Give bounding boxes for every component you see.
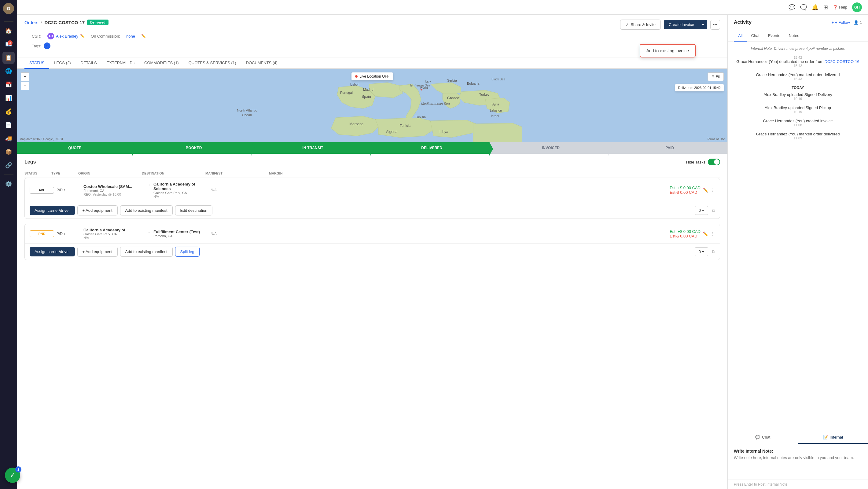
create-invoice-button[interactable]: Create invoice xyxy=(664,20,699,29)
sidebar: G 🏠 📧3 📋 🌐 📅 📊 💰 📄 🚚 📦 🔗 ⚙️ xyxy=(0,0,17,489)
leg-1-edit-dest-button[interactable]: Edit destination xyxy=(175,205,213,215)
leg-1-margin: Est: +$ 0.00 CAD Est-$ 0.00 CAD ✏️ ⋮ xyxy=(274,185,715,195)
leg-1-counter[interactable]: 0 ▾ xyxy=(695,206,708,215)
sidebar-avatar[interactable]: G xyxy=(3,3,14,14)
leg-2-add-manifest-button[interactable]: Add to existing manifest xyxy=(120,247,173,257)
tab-commodities[interactable]: COMMODITIES (1) xyxy=(140,57,184,69)
user-avatar[interactable]: GH xyxy=(852,2,862,12)
more-options-button[interactable]: ••• xyxy=(710,20,720,30)
pipeline-delivered[interactable]: DELIVERED xyxy=(370,142,489,154)
leg-1-add-equipment-button[interactable]: + Add equipment xyxy=(77,205,118,215)
tab-details[interactable]: DETAILS xyxy=(76,57,102,69)
map-terms[interactable]: Terms of Use xyxy=(707,137,725,141)
csr-avatar: AB xyxy=(48,33,54,39)
activity-item-4: Alex Bradley uploaded Signed Pickup 10:1… xyxy=(734,105,862,114)
help-button[interactable]: ❓ Help xyxy=(833,5,847,9)
leg-1-more-icon[interactable]: ⋮ xyxy=(711,188,715,192)
sidebar-item-docs[interactable]: 📄 xyxy=(2,119,15,131)
leg-1-buttons: Assign carrier/driver + Add equipment Ad… xyxy=(25,202,720,218)
sidebar-item-settings[interactable]: ⚙️ xyxy=(2,178,15,190)
leg-2-origin-city: Golden Gate Park, CA xyxy=(84,232,145,236)
tab-documents[interactable]: DOCUMENTS (4) xyxy=(241,57,282,69)
note-icon: 📝 xyxy=(823,435,828,439)
add-existing-invoice-dropdown[interactable]: Add to existing invoice xyxy=(640,44,695,57)
activity-header-right: + + Follow 👤 1 xyxy=(831,20,862,25)
sidebar-item-finance[interactable]: 💰 xyxy=(2,105,15,118)
pipeline-invoiced[interactable]: INVOICED xyxy=(489,142,608,154)
csr-edit-icon[interactable]: ✏️ xyxy=(80,34,85,38)
activity-tab-chat[interactable]: Chat xyxy=(747,30,764,41)
orders-link[interactable]: Orders xyxy=(25,20,38,25)
sidebar-item-network[interactable]: 🔗 xyxy=(2,159,15,172)
svg-text:Mediterranean Sea: Mediterranean Sea xyxy=(421,102,450,105)
toast-badge: 2 xyxy=(15,466,21,472)
leg-1-copy-icon[interactable]: ⧉ xyxy=(712,208,715,213)
svg-text:Italy: Italy xyxy=(425,80,431,83)
sidebar-item-orders[interactable]: 📋 xyxy=(2,52,15,64)
sidebar-item-box[interactable]: 📦 xyxy=(2,146,15,158)
activity-tab-events[interactable]: Events xyxy=(764,30,784,41)
order-link[interactable]: DC2C-COSTCO-16 xyxy=(825,59,860,64)
commission-edit-icon[interactable]: ✏️ xyxy=(141,34,146,38)
activity-item-6: Grace Hernandez (You) marked order deliv… xyxy=(734,132,862,140)
status-pipeline: QUOTE BOOKED IN-TRANSIT DELIVERED INVOIC… xyxy=(17,142,727,154)
tab-external-ids[interactable]: EXTERNAL IDs xyxy=(102,57,140,69)
leg-2-add-equipment-button[interactable]: + Add equipment xyxy=(77,247,118,257)
chat-tab[interactable]: 💬 Chat xyxy=(728,431,798,444)
commission-value[interactable]: none xyxy=(126,34,135,38)
activity-tab-all[interactable]: All xyxy=(734,30,747,41)
sidebar-item-globe[interactable]: 🌐 xyxy=(2,65,15,77)
tab-quotes[interactable]: QUOTES & SERVICES (1) xyxy=(184,57,241,69)
legs-title: Legs xyxy=(25,159,36,165)
leg-2-more-icon[interactable]: ⋮ xyxy=(711,232,715,236)
leg-1-assign-button[interactable]: Assign carrier/driver xyxy=(30,206,75,215)
pipeline-paid[interactable]: PAID xyxy=(609,142,727,154)
leg-2-edit-icon[interactable]: ✏️ xyxy=(703,232,708,236)
map-zoom-out[interactable]: − xyxy=(21,82,29,90)
follow-button[interactable]: + + Follow xyxy=(831,20,850,25)
bell-icon[interactable]: 🔔 xyxy=(812,4,818,11)
pipeline-in-transit[interactable]: IN-TRANSIT xyxy=(251,142,370,154)
svg-text:Bulgaria: Bulgaria xyxy=(467,82,479,85)
leg-card-2: PND P/D ↕ California Academy of ... Gold… xyxy=(25,224,720,260)
messages-icon[interactable]: 💬 xyxy=(788,4,795,11)
sidebar-item-home[interactable]: 🏠 xyxy=(2,25,15,37)
pipeline-booked[interactable]: BOOKED xyxy=(132,142,251,154)
create-invoice-dropdown-button[interactable]: ▾ xyxy=(699,20,707,29)
activity-tabs: All Chat Events Notes xyxy=(728,30,868,41)
internal-tab[interactable]: 📝 Internal xyxy=(798,431,868,444)
csr-name[interactable]: Alex Bradley xyxy=(56,34,78,38)
tab-status[interactable]: STATUS xyxy=(25,57,49,69)
chat-icon[interactable]: 🗨️ xyxy=(800,4,807,11)
map-fit-button[interactable]: ⊞ Fit xyxy=(708,72,724,81)
order-panel: Orders / DC2C-COSTCO-17 Delivered ↗ Shar… xyxy=(17,15,727,489)
activity-tab-notes[interactable]: Notes xyxy=(784,30,804,41)
sidebar-item-calendar[interactable]: 📅 xyxy=(2,79,15,91)
sidebar-item-chart[interactable]: 📊 xyxy=(2,92,15,104)
tags-label: Tags: xyxy=(32,44,41,48)
counter-chevron-icon: ▾ xyxy=(702,208,704,213)
map-zoom-in[interactable]: + xyxy=(21,72,29,81)
leg-2-origin: California Academy of ... Golden Gate Pa… xyxy=(84,228,145,240)
internal-note-input[interactable] xyxy=(734,455,862,474)
pipeline-quote[interactable]: QUOTE xyxy=(17,142,132,154)
leg-1-edit-icon[interactable]: ✏️ xyxy=(703,188,708,192)
leg-1-status: AVL xyxy=(30,187,54,193)
grid-icon[interactable]: ⊞ xyxy=(824,4,828,11)
leg-2-split-button[interactable]: Split leg xyxy=(175,247,199,257)
leg-2-assign-button[interactable]: Assign carrier/driver xyxy=(30,247,75,256)
leg-2-counter[interactable]: 0 ▾ xyxy=(695,247,708,256)
sidebar-item-inbox[interactable]: 📧3 xyxy=(2,38,15,51)
success-toast[interactable]: ✓ 2 xyxy=(5,468,20,483)
leg-1-type: P/D ↕ xyxy=(57,188,81,192)
leg-2-dest-name: Fullfillment Center (Test) xyxy=(153,230,200,234)
sidebar-item-truck[interactable]: 🚚 xyxy=(2,132,15,145)
share-invite-button[interactable]: ↗ Share & Invite xyxy=(620,20,661,30)
tab-legs[interactable]: LEGS (2) xyxy=(49,57,75,69)
leg-1-add-manifest-button[interactable]: Add to existing manifest xyxy=(120,205,173,215)
hide-tasks-toggle[interactable] xyxy=(708,159,720,165)
svg-text:Ocean: Ocean xyxy=(242,113,252,117)
add-tag-button[interactable]: + xyxy=(44,42,51,49)
chat-tabs: 💬 Chat 📝 Internal xyxy=(728,431,868,444)
leg-2-copy-icon[interactable]: ⧉ xyxy=(712,249,715,254)
